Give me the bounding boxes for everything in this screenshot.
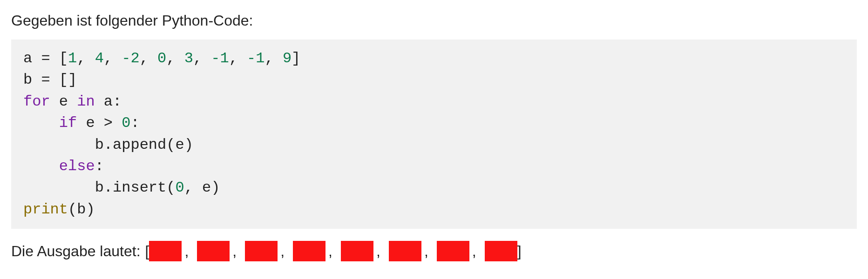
answer-slot-6[interactable] (389, 241, 421, 261)
answer-slot-1[interactable] (149, 241, 182, 261)
answer-slot-2[interactable] (197, 241, 230, 261)
comma: , (230, 243, 245, 260)
comma: , (373, 243, 389, 260)
comma: , (182, 243, 197, 260)
code-line-4: if e > 0: (23, 114, 140, 132)
code-line-8: print(b) (23, 201, 95, 218)
answer-label: Die Ausgabe lautet: (11, 243, 141, 260)
close-bracket: ] (517, 243, 522, 260)
code-line-7: b.insert(0, e) (23, 179, 220, 196)
question-prompt: Gegeben ist folgender Python-Code: (11, 12, 857, 29)
answer-line: Die Ausgabe lautet: [ , , , , , , , ] (11, 241, 857, 261)
open-bracket: [ (145, 243, 149, 260)
comma: , (421, 243, 437, 260)
answer-slot-3[interactable] (245, 241, 278, 261)
answer-slot-7[interactable] (437, 241, 469, 261)
comma: , (326, 243, 341, 260)
answer-slot-8[interactable] (485, 241, 517, 261)
answer-slot-5[interactable] (341, 241, 373, 261)
code-line-5: b.append(e) (23, 136, 193, 153)
code-line-1: a = [1, 4, -2, 0, 3, -1, -1, 9] (23, 50, 300, 67)
code-line-6: else: (23, 158, 104, 175)
code-line-3: for e in a: (23, 93, 122, 110)
answer-slot-4[interactable] (293, 241, 326, 261)
code-line-2: b = [] (23, 71, 77, 88)
comma: , (469, 243, 485, 260)
code-block: a = [1, 4, -2, 0, 3, -1, -1, 9] b = [] f… (11, 40, 857, 229)
comma: , (278, 243, 293, 260)
